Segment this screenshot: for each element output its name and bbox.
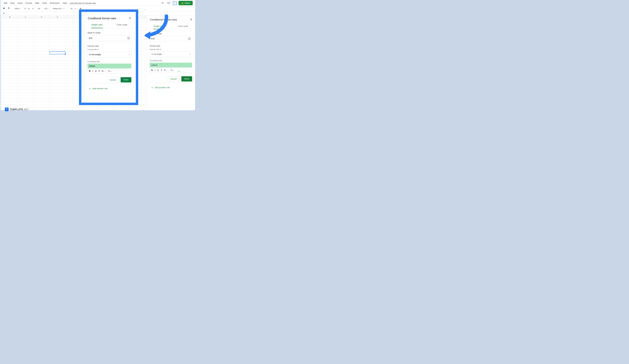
logo-mark-icon: T: [5, 108, 9, 111]
zoom-cancel-button[interactable]: Cancel: [106, 77, 119, 82]
share-label: Share: [185, 2, 190, 4]
condition-value: Is not empty: [152, 53, 162, 55]
collapse-toolbar-icon[interactable]: ⌃: [144, 9, 146, 11]
fx-label: fx: [0, 12, 7, 15]
close-icon[interactable]: ✕: [190, 18, 192, 21]
svg-rect-1: [3, 8, 5, 9]
col-header-e[interactable]: E: [50, 15, 65, 19]
fmt-bold[interactable]: B: [151, 69, 153, 71]
font-select[interactable]: Default (Ari...▾: [52, 7, 67, 10]
fmt-strike[interactable]: S: [161, 69, 162, 71]
logo-text: TEMPLATE.NET: [10, 108, 29, 111]
grid-select-icon[interactable]: [188, 37, 191, 40]
zoom-close-icon[interactable]: ✕: [129, 16, 131, 20]
paint-format-icon[interactable]: [7, 7, 11, 10]
zoom-callout: Conditional format rules ✕ Single color …: [79, 9, 138, 105]
zoom-range-input-box[interactable]: [87, 35, 131, 41]
format-rules-label: Format rules: [150, 45, 192, 47]
menu-edit[interactable]: Edit: [4, 2, 7, 4]
zoom-format-rules-label: Format rules: [87, 45, 131, 47]
zoom-condition-value: Is not empty: [89, 53, 101, 56]
zoom-formatting-style-label: Formatting style: [87, 60, 131, 63]
zoom-plus-icon: ＋: [89, 87, 91, 90]
fmt-italic[interactable]: I: [155, 69, 155, 71]
zoom-tab-color-scale[interactable]: Color scale: [109, 21, 134, 28]
zoom-chevron-down-icon: ▾: [129, 54, 130, 55]
percent-format[interactable]: %: [27, 7, 30, 10]
zoom-add-rule-label: Add another rule: [93, 87, 108, 90]
zoom-grid-select-icon[interactable]: [127, 37, 130, 39]
default-style-preview[interactable]: Default: [150, 63, 192, 68]
template-net-logo: T TEMPLATE.NET: [5, 108, 29, 111]
zoom-fmt-bold[interactable]: B: [89, 70, 90, 72]
chevron-down-icon: ▾: [190, 53, 190, 55]
lock-icon: 🔒: [181, 2, 183, 4]
comments-icon[interactable]: [167, 1, 171, 5]
zoom-panel-title: Conditional format rules: [88, 17, 116, 20]
decrease-decimal[interactable]: .0←: [31, 7, 36, 10]
top-right-controls: + 🔒 Share: [160, 1, 193, 5]
panel-body: Apply to range Format rules Format cells…: [147, 29, 195, 110]
menu-tools[interactable]: Tools: [42, 2, 47, 4]
fmt-fill-color[interactable]: ▾: [170, 69, 174, 71]
last-edit-link[interactable]: Last edit was 24 minutes ago: [70, 2, 96, 4]
svg-point-7: [172, 70, 172, 71]
formatting-style-label: Formatting style: [150, 60, 192, 62]
font-size-select[interactable]: 10▾: [70, 7, 76, 10]
svg-rect-2: [3, 7, 4, 8]
menu-help[interactable]: Help: [63, 2, 67, 4]
menu-data[interactable]: Data: [35, 2, 39, 4]
print-icon[interactable]: [2, 7, 6, 10]
zoom-panel-buttons: Cancel Done: [87, 77, 131, 82]
menu-insert[interactable]: Insert: [17, 2, 23, 4]
fmt-text-color[interactable]: A▾: [164, 69, 166, 71]
activity-icon[interactable]: [160, 1, 165, 5]
present-add-icon[interactable]: +: [173, 1, 177, 5]
done-button[interactable]: Done: [181, 76, 192, 82]
svg-rect-0: [168, 2, 170, 3]
svg-rect-3: [8, 7, 9, 8]
zoom-fmt-underline[interactable]: U: [95, 70, 97, 72]
conditional-format-panel: Conditional format rules ✕ Single color …: [147, 15, 195, 110]
tab-single-color[interactable]: Single color: [147, 23, 171, 29]
zoom-apply-range-label: Apply to range: [87, 31, 131, 34]
zoom-condition-select[interactable]: Is not empty ▾: [87, 52, 131, 58]
zoom-fmt-fill-color[interactable]: ▾: [108, 70, 112, 72]
zoom-fmt-italic[interactable]: I: [92, 70, 93, 72]
zoom-fmt-strike[interactable]: S: [99, 70, 100, 72]
add-another-rule[interactable]: ＋ Add another rule: [150, 83, 192, 92]
zoom-fmt-text-color[interactable]: A▾: [102, 70, 104, 72]
formatting-toolbar: B I U S A▾ ▾: [150, 68, 192, 73]
increase-decimal[interactable]: .00→: [37, 7, 43, 10]
col-header-c[interactable]: C: [18, 15, 34, 19]
tab-color-scale[interactable]: Color scale: [171, 23, 195, 29]
zoom-range-input[interactable]: [89, 37, 127, 39]
zoom-add-another-rule[interactable]: ＋ Add another rule: [87, 84, 131, 93]
plus-icon: ＋: [151, 86, 154, 89]
zoom-format-cells-if-label: Format cells if...: [87, 48, 131, 50]
zoom-default-style-preview[interactable]: Default: [87, 64, 131, 68]
zoom-select[interactable]: 100%▾: [14, 7, 21, 10]
menu-format[interactable]: Format: [26, 2, 32, 4]
menu-bar: Edit View Insert Format Data Tools Exten…: [0, 0, 195, 5]
fmt-underline[interactable]: U: [157, 69, 159, 71]
cancel-button[interactable]: Cancel: [167, 76, 180, 82]
panel-buttons: Cancel Done: [150, 76, 192, 82]
fill-swatch-icon: [178, 71, 180, 71]
range-input-box[interactable]: [150, 36, 192, 41]
svg-point-11: [110, 71, 110, 72]
menu-view[interactable]: View: [10, 2, 14, 4]
currency-format[interactable]: $: [24, 7, 26, 10]
more-formats[interactable]: 123▾: [43, 7, 49, 10]
share-button[interactable]: 🔒 Share: [178, 1, 193, 5]
menu-extensions[interactable]: Extensions: [50, 2, 60, 4]
condition-select[interactable]: Is not empty ▾: [150, 51, 192, 57]
zoom-done-button[interactable]: Done: [121, 77, 131, 82]
panel-tabs: Single color Color scale: [147, 23, 195, 29]
zoom-tab-single-color[interactable]: Single color: [84, 21, 109, 28]
panel-title: Conditional format rules: [150, 18, 177, 21]
col-header-b[interactable]: B: [2, 15, 18, 19]
col-header-d[interactable]: D: [34, 15, 50, 19]
range-input[interactable]: [151, 38, 188, 40]
apply-range-label: Apply to range: [150, 32, 192, 35]
